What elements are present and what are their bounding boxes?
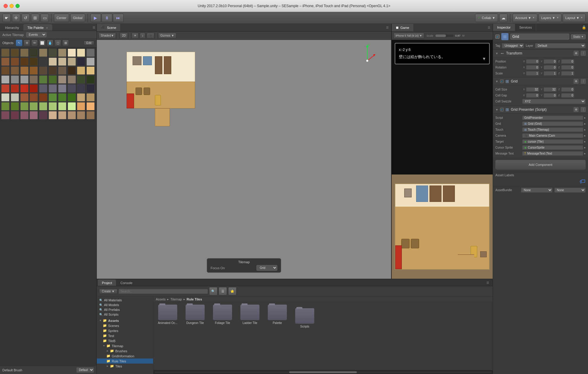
- tile-cell[interactable]: [49, 57, 57, 66]
- grid-settings-icon[interactable]: ⚙: [574, 79, 578, 84]
- cursor-sprite-value[interactable]: ◆ CursorSprite: [522, 145, 583, 150]
- sidebar-item-all-models[interactable]: 🔍 All Models: [97, 303, 153, 307]
- tile-cell[interactable]: [11, 102, 19, 110]
- tile-cell[interactable]: [77, 49, 85, 57]
- scene-view[interactable]: Y Z Tilemap Focus On: [97, 40, 391, 279]
- tile-cell[interactable]: [29, 49, 38, 57]
- message-text-dot[interactable]: ●: [584, 152, 586, 155]
- cell-gap-y-input[interactable]: [544, 93, 557, 98]
- active-tilemap-select[interactable]: Events Ground Collision: [26, 32, 46, 37]
- tile-cell[interactable]: [68, 93, 76, 102]
- tile-cell[interactable]: [58, 84, 66, 93]
- tile-cell[interactable]: [39, 111, 47, 119]
- tile-cell[interactable]: [77, 111, 85, 119]
- edit-button[interactable]: Edit: [84, 41, 94, 45]
- tile-cell[interactable]: [20, 111, 29, 119]
- grid-presenter-settings-icon[interactable]: ⚙: [574, 107, 578, 112]
- tile-cell[interactable]: [20, 49, 29, 57]
- tile-cell[interactable]: [29, 93, 38, 102]
- scale-tool-button[interactable]: ⊞: [31, 14, 39, 22]
- cell-gap-z-input[interactable]: [561, 93, 574, 98]
- tab-tile-palette[interactable]: Tile Palette ✕: [24, 24, 52, 31]
- scale-z-input[interactable]: [561, 71, 574, 76]
- asset-dungeon-tile[interactable]: Dungeon Tile: [183, 305, 207, 328]
- scale-slider[interactable]: [435, 35, 453, 37]
- step-button[interactable]: ⏭: [113, 14, 124, 22]
- tile-cell[interactable]: [20, 84, 29, 93]
- asset-foliage-tile[interactable]: Foliage Tile: [211, 305, 234, 328]
- rotation-x-input[interactable]: [526, 65, 539, 70]
- shaded-dropdown[interactable]: Shaded ▼: [99, 33, 116, 39]
- tile-cell[interactable]: [77, 84, 85, 93]
- tile-cell[interactable]: [1, 49, 10, 57]
- transform-settings-icon[interactable]: ⚙: [574, 51, 578, 56]
- tile-cell[interactable]: [58, 111, 66, 119]
- tile-cell[interactable]: [1, 84, 10, 93]
- brush-select[interactable]: Default Custom: [76, 367, 94, 373]
- tile-cell[interactable]: [39, 84, 47, 93]
- tile-cell[interactable]: [11, 57, 19, 66]
- script-ref-dot[interactable]: ●: [584, 116, 586, 119]
- tile-cell[interactable]: [68, 75, 76, 84]
- tile-cell[interactable]: [11, 84, 19, 93]
- sun-button[interactable]: ☀: [132, 33, 139, 39]
- tile-cell[interactable]: [49, 66, 57, 75]
- position-x-input[interactable]: [526, 59, 539, 64]
- tile-cell[interactable]: [39, 93, 47, 102]
- tab-hierarchy[interactable]: Hierarchy: [1, 24, 23, 31]
- touch-ref-dot[interactable]: ●: [584, 128, 586, 131]
- tile-cell[interactable]: [29, 66, 38, 75]
- tile-cell[interactable]: [11, 49, 19, 57]
- asset-ladder-tile[interactable]: Ladder Tile: [238, 305, 262, 328]
- scale-x-input[interactable]: [526, 71, 539, 76]
- tile-cell[interactable]: [29, 57, 38, 66]
- cell-swizzle-select[interactable]: XYZ XZY YXZ: [522, 99, 586, 104]
- message-text-value[interactable]: T MessageText (Text: [522, 151, 583, 156]
- tile-cell[interactable]: [20, 66, 29, 75]
- tile-cell[interactable]: [1, 93, 10, 102]
- rotation-y-input[interactable]: [544, 65, 557, 70]
- layer-select[interactable]: Default: [535, 43, 586, 48]
- tile-cell[interactable]: [77, 57, 85, 66]
- position-z-input[interactable]: [561, 59, 574, 64]
- tile-cell[interactable]: [11, 75, 19, 84]
- hand-tool-button[interactable]: ☛: [2, 14, 11, 22]
- scrollbar-thumb[interactable]: [289, 371, 357, 373]
- tile-cell[interactable]: [11, 66, 19, 75]
- tile-cell[interactable]: [86, 75, 95, 84]
- tool-paint[interactable]: ✏: [31, 40, 38, 46]
- tab-services[interactable]: Services: [515, 24, 536, 31]
- grid-ref-value[interactable]: ⊞ Grid (Grid): [522, 121, 583, 126]
- obj-name-input[interactable]: [510, 34, 569, 40]
- tile-cell[interactable]: [20, 57, 29, 66]
- camera-value[interactable]: 🎥 Main Camera (Cam: [522, 133, 583, 138]
- tile-cell[interactable]: [11, 93, 19, 102]
- tool-pick[interactable]: 💧: [47, 40, 53, 46]
- grid-enabled-checkbox[interactable]: ✓: [500, 80, 504, 83]
- tab-scene[interactable]: ⬛ Scene: [97, 24, 121, 31]
- pause-button[interactable]: ⏸: [102, 14, 112, 22]
- tile-cell[interactable]: [86, 93, 95, 102]
- tile-cell[interactable]: [68, 102, 76, 110]
- project-scrollbar[interactable]: [153, 370, 493, 374]
- tile-cell[interactable]: [20, 102, 29, 110]
- tile-cell[interactable]: [58, 49, 66, 57]
- tile-cell[interactable]: [77, 102, 85, 110]
- tile-cell[interactable]: [1, 102, 10, 110]
- tile-cell[interactable]: [39, 102, 47, 110]
- tile-cell[interactable]: [29, 75, 38, 84]
- rotation-z-input[interactable]: [561, 65, 574, 70]
- sidebar-item-scenes[interactable]: 📁 Scenes: [97, 323, 153, 328]
- sidebar-item-test[interactable]: 📁 Test: [97, 333, 153, 338]
- account-dropdown[interactable]: Account ▼: [513, 14, 538, 22]
- tile-cell[interactable]: [77, 66, 85, 75]
- tile-cell[interactable]: [58, 66, 66, 75]
- grid-menu-icon[interactable]: ⋮: [581, 79, 586, 84]
- grid-presenter-menu-icon[interactable]: ⋮: [581, 107, 586, 112]
- sidebar-item-tilemap[interactable]: ▼ 📁 Tilemap: [97, 343, 153, 348]
- tile-cell[interactable]: [86, 102, 95, 110]
- tool-select[interactable]: ↖: [16, 40, 22, 46]
- tile-cell[interactable]: [39, 66, 47, 75]
- tool-move[interactable]: ✛: [24, 40, 30, 46]
- obj-enabled-checkbox[interactable]: ✓: [495, 35, 500, 39]
